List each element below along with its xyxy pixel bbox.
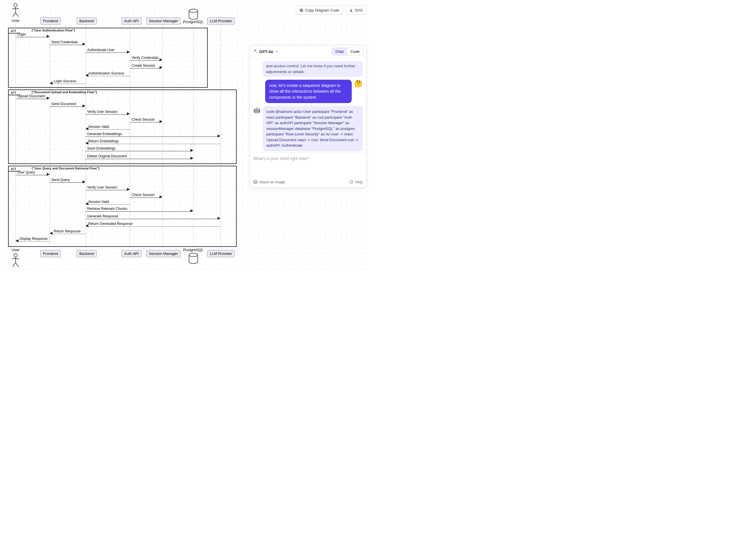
- copy-diagram-code-button[interactable]: Copy Diagram Code: [296, 6, 343, 15]
- msg-return-generated: Return Generated Response: [85, 223, 220, 229]
- tab-chat[interactable]: Chat: [332, 48, 347, 55]
- msg-check-session-query: Check Session: [130, 194, 163, 200]
- chevron-down-icon: [275, 49, 278, 54]
- chat-body: and access control. Let me know if you n…: [250, 58, 366, 152]
- msg-session-valid-upload: Session Valid: [85, 126, 130, 132]
- svg-line-12: [16, 263, 18, 267]
- msg-verify-credentials: Verify Credentials: [130, 57, 163, 62]
- svg-line-6: [16, 13, 18, 17]
- participant-frontend-top: Frontend: [40, 17, 60, 24]
- svg-rect-1: [300, 9, 302, 11]
- database-label-top: PostgreSQL: [182, 20, 205, 24]
- msg-send-credentials: Send Credentials: [50, 41, 85, 47]
- msg-verify-session-upload: Verify User Session: [85, 111, 130, 117]
- database-label-bottom: PostgreSQL: [182, 248, 205, 252]
- msg-verify-session-query: Verify User Session: [85, 186, 130, 192]
- actor-user-label-bottom: User: [7, 248, 24, 252]
- msg-send-doc: Send Document: [50, 103, 85, 109]
- help-button[interactable]: i Help: [349, 180, 363, 185]
- attach-icon: [253, 180, 257, 185]
- user-message: now, let's create a sequence diagram to …: [265, 80, 352, 103]
- svg-text:i: i: [351, 181, 352, 183]
- model-selector[interactable]: GPT-4o: [253, 49, 278, 54]
- download-svg-label: SVG: [355, 8, 363, 12]
- toolbar: Copy Diagram Code SVG: [296, 6, 366, 15]
- actor-user-top: [10, 3, 21, 17]
- svg-point-14: [256, 52, 257, 53]
- robot-avatar-icon: 🤖: [253, 107, 260, 114]
- msg-return-response: Return Response: [50, 230, 85, 236]
- msg-delete-original: Delete Original Document: [85, 155, 193, 161]
- svg-point-2: [14, 3, 17, 7]
- svg-point-13: [189, 253, 198, 257]
- msg-generate-response: Generate Response: [85, 216, 220, 221]
- attach-image-button[interactable]: Attach an image: [253, 180, 285, 185]
- participant-sessionmgr-bottom: Session Manager: [146, 250, 181, 257]
- actor-user-bottom: [10, 253, 21, 267]
- download-svg-button[interactable]: SVG: [345, 6, 366, 15]
- participant-backend-top: Backend: [77, 17, 97, 24]
- svg-point-7: [189, 9, 198, 12]
- chat-textarea[interactable]: [253, 156, 363, 175]
- database-postgres-bottom: [188, 253, 199, 264]
- chat-header: GPT-4o Chat Code: [250, 45, 366, 58]
- msg-gen-embeddings: Generate Embeddings: [85, 133, 220, 139]
- svg-rect-0: [301, 10, 303, 12]
- fragment-query-title: ["User Query and Document Retrieval Flow…: [32, 167, 99, 170]
- msg-user-query: User Query: [16, 171, 50, 177]
- fragment-auth-title: ["User Authentication Flow"]: [32, 29, 75, 32]
- msg-auth-success: Authentication Success: [85, 73, 130, 78]
- chat-panel: GPT-4o Chat Code and access control. Let…: [249, 45, 366, 188]
- msg-check-session-upload: Check Session: [130, 119, 163, 124]
- participant-llm-bottom: LLM Provider: [207, 250, 235, 257]
- copy-icon: [300, 8, 304, 12]
- msg-retrieve-chunks: Retrieve Relevant Chunks: [85, 208, 193, 214]
- participant-sessionmgr-top: Session Manager: [146, 17, 181, 24]
- database-postgres-top: [188, 9, 199, 20]
- msg-session-valid-query: Session Valid: [85, 201, 130, 207]
- model-name: GPT-4o: [259, 49, 273, 54]
- msg-store-embeddings: Store Embeddings: [85, 148, 193, 153]
- participant-backend-bottom: Backend: [77, 250, 97, 257]
- participant-llm-top: LLM Provider: [207, 17, 235, 24]
- svg-line-5: [13, 13, 16, 17]
- msg-create-session: Create Session: [130, 65, 163, 71]
- thinking-emoji-icon: 🤔: [354, 80, 363, 88]
- msg-login: Login: [16, 33, 50, 39]
- chat-input-area: [250, 152, 366, 178]
- msg-display-response: Display Response: [16, 238, 50, 244]
- msg-authenticate-user: Authenticate User: [85, 49, 130, 55]
- msg-return-embeddings: Return Embeddings: [85, 140, 220, 146]
- msg-upload-doc: Upload Document: [16, 95, 50, 101]
- download-icon: [349, 8, 353, 12]
- participant-frontend-bottom: Frontend: [40, 250, 60, 257]
- copy-diagram-code-label: Copy Diagram Code: [305, 8, 339, 12]
- chat-footer: Attach an image i Help: [250, 178, 366, 188]
- chat-code-tabs: Chat Code: [332, 48, 363, 55]
- help-icon: i: [349, 180, 354, 185]
- svg-line-11: [13, 263, 16, 267]
- msg-send-query: Send Query: [50, 179, 85, 185]
- participant-authapi-bottom: Auth API: [122, 250, 141, 257]
- sparkle-icon: [253, 49, 257, 54]
- assistant-prev-tail: and access control. Let me know if you n…: [262, 61, 363, 77]
- participant-authapi-top: Auth API: [122, 17, 141, 24]
- sequence-diagram: User Frontend Backend Auth API Session M…: [3, 2, 242, 268]
- msg-login-success: Login Success: [50, 80, 85, 86]
- attach-image-label: Attach an image: [259, 180, 285, 184]
- tab-code[interactable]: Code: [347, 48, 363, 55]
- svg-point-8: [14, 254, 17, 257]
- assistant-message-row: 🤖 code @startuml actor User participant …: [253, 106, 363, 151]
- help-label: Help: [355, 180, 363, 184]
- assistant-code-block: code @startuml actor User participant "F…: [263, 106, 363, 151]
- user-message-row: now, let's create a sequence diagram to …: [253, 80, 363, 103]
- actor-user-label-top: User: [7, 18, 24, 23]
- fragment-upload-title: ["Document Upload and Embedding Flow"]: [32, 90, 97, 94]
